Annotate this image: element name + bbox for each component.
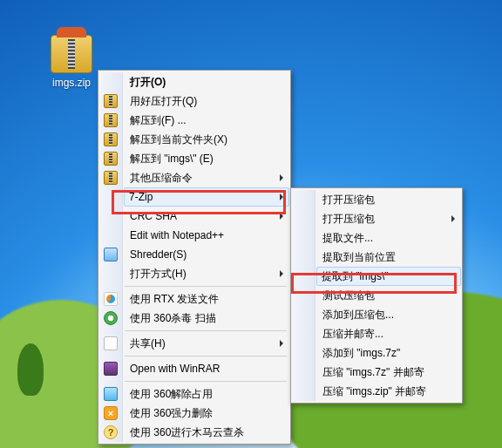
archive-icon xyxy=(51,35,92,73)
menu-360-cloud-scan[interactable]: 使用 360进行木马云查杀 xyxy=(125,423,288,442)
menu-crc-sha[interactable]: CRC SHA xyxy=(125,207,288,226)
winrar-icon xyxy=(104,362,118,376)
submenu-7zip: 打开压缩包 打开压缩包 提取文件... 提取到当前位置 提取到 "imgs\" … xyxy=(290,187,463,404)
menu-haozip-open[interactable]: 用好压打开(Q) xyxy=(125,92,288,111)
7z-extract-files[interactable]: 提取文件... xyxy=(317,228,460,248)
7z-compress-zip-mail[interactable]: 压缩 "imgs.zip" 并邮寄 xyxy=(317,382,460,401)
7z-add-7z[interactable]: 添加到 "imgs.7z" xyxy=(317,343,460,363)
separator xyxy=(125,356,287,356)
force-delete-icon xyxy=(104,406,118,420)
archive-icon xyxy=(104,171,118,185)
submenu-arrow-icon xyxy=(451,215,455,222)
menu-rtx-send[interactable]: 使用 RTX 发送文件 xyxy=(125,289,288,309)
context-menu: 打开(O) 用好压打开(Q) 解压到(F) ... 解压到当前文件夹(X) 解压… xyxy=(98,70,291,445)
7z-add-to[interactable]: 添加到压缩包... xyxy=(317,305,460,324)
share-icon xyxy=(104,336,118,350)
archive-icon xyxy=(104,152,118,166)
desktop-file-label: imgs.zip xyxy=(44,77,99,89)
7z-compress-7z-mail[interactable]: 压缩 "imgs.7z" 并邮寄 xyxy=(317,363,460,382)
separator xyxy=(125,286,287,287)
archive-icon xyxy=(104,94,118,108)
archive-icon xyxy=(104,132,118,146)
separator xyxy=(125,381,287,382)
menu-extract-to[interactable]: 解压到(F) ... xyxy=(125,111,288,130)
archive-icon xyxy=(104,113,118,127)
shield-360-icon xyxy=(104,311,118,325)
7z-open-archive-sub[interactable]: 打开压缩包 xyxy=(317,209,460,228)
7z-test[interactable]: 测试压缩包 xyxy=(317,286,460,305)
7z-extract-here[interactable]: 提取到当前位置 xyxy=(317,248,460,267)
desktop-file-zip[interactable]: imgs.zip xyxy=(44,35,99,89)
rtx-icon xyxy=(104,292,118,306)
menu-open-with[interactable]: 打开方式(H) xyxy=(125,264,288,283)
separator xyxy=(125,330,287,331)
menu-7zip[interactable]: 7-Zip xyxy=(124,187,289,207)
menu-winrar[interactable]: Open with WinRAR xyxy=(125,359,288,378)
wallpaper-tree xyxy=(17,343,44,396)
7z-extract-to-imgs[interactable]: 提取到 "imgs\" xyxy=(316,267,461,286)
submenu-arrow-icon xyxy=(280,174,283,181)
menu-360-unlock[interactable]: 使用 360解除占用 xyxy=(125,384,288,404)
7z-compress-mail[interactable]: 压缩并邮寄... xyxy=(317,324,460,343)
7z-open-archive[interactable]: 打开压缩包 xyxy=(317,190,460,209)
cloud-scan-icon xyxy=(104,425,118,439)
shredder-icon xyxy=(104,248,118,261)
menu-other-compress[interactable]: 其他压缩命令 xyxy=(125,168,288,187)
submenu-arrow-icon xyxy=(280,340,283,347)
submenu-arrow-icon xyxy=(280,193,283,200)
menu-share[interactable]: 共享(H) xyxy=(125,334,288,353)
menu-shredder[interactable]: Shredder(S) xyxy=(125,245,288,264)
submenu-arrow-icon xyxy=(280,213,283,220)
menu-edit-notepadpp[interactable]: Edit with Notepad++ xyxy=(125,226,288,245)
unlock-icon xyxy=(104,387,118,401)
menu-360-scan[interactable]: 使用 360杀毒 扫描 xyxy=(125,309,288,328)
menu-extract-here[interactable]: 解压到当前文件夹(X) xyxy=(125,130,288,149)
submenu-arrow-icon xyxy=(280,270,283,277)
menu-open[interactable]: 打开(O) xyxy=(125,72,288,92)
menu-extract-imgs[interactable]: 解压到 "imgs\" (E) xyxy=(125,149,288,168)
menu-360-force-delete[interactable]: 使用 360强力删除 xyxy=(125,404,288,423)
